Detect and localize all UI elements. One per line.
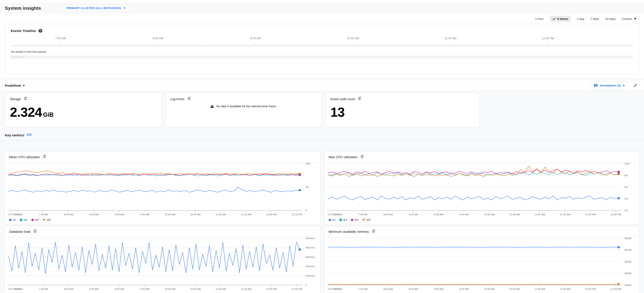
legend-item-rp1[interactable]: rp1: [20, 218, 28, 221]
log-errors-card-title: Log errors: [170, 97, 184, 101]
square-marker-icon: [340, 219, 342, 221]
legend-label: rp1: [24, 218, 28, 221]
cluster-selector-button[interactable]: PRIMARY CLUSTER (ALL INSTANCES): [62, 5, 130, 12]
x-axis-label: 10:00 AM: [484, 288, 495, 290]
timeline-minor-tick: [207, 43, 207, 44]
x-axis-label: 7:30 AM: [358, 288, 368, 290]
legend-item-rp2[interactable]: rp2: [32, 218, 39, 221]
timeline-minor-tick: [304, 43, 304, 44]
x-axis-label: 8:00 AM: [64, 288, 74, 290]
x-axis-label: 12:30 PM: [610, 288, 621, 290]
time-range-1-hour[interactable]: 1 hour: [535, 17, 544, 21]
y-axis-label: 10GiB: [624, 284, 632, 286]
timeline-major-tick: [256, 42, 256, 44]
data-freshness-icon[interactable]: [187, 96, 191, 102]
diamond-marker-icon: [351, 218, 354, 221]
x-axis-label: 12:00 PM: [266, 213, 277, 216]
x-axis-label: 8:30 AM: [90, 213, 99, 216]
series-line-p1: [328, 196, 619, 200]
legend-item-p1[interactable]: p1: [9, 218, 16, 221]
cluster-selector-label: PRIMARY CLUSTER (ALL INSTANCES): [66, 7, 121, 10]
top-strip: [0, 0, 644, 3]
annotations-label: Annotations (2): [600, 84, 621, 87]
time-range-1-day[interactable]: 1 day: [577, 17, 584, 21]
data-freshness-icon[interactable]: [360, 154, 364, 160]
diamond-marker-icon: [31, 218, 34, 221]
y-axis-label: 400ms/s: [306, 246, 315, 249]
chart-legend: p1rp1rp2rp3: [324, 292, 639, 293]
data-freshness-icon[interactable]: [23, 96, 28, 102]
active-node-count-card: Active node count 13: [325, 93, 480, 127]
series-line-execution_time p1 us-central1 insights-data: [8, 242, 300, 274]
x-axis-label: 11:30 AM: [241, 288, 252, 290]
annotations-button[interactable]: Annotations (2): [590, 82, 628, 90]
edit-button[interactable]: [633, 83, 638, 88]
legend-label: rp2: [35, 218, 39, 221]
legend-item-rp3[interactable]: rp3: [362, 218, 370, 221]
data-freshness-icon[interactable]: [33, 229, 37, 234]
chart-canvas: 2%4%6%8%10%UTC+5:307:00 AM7:30 AM8:00 AM…: [327, 162, 636, 217]
legend-item-p1[interactable]: p1: [328, 218, 336, 221]
chart-title: Database load: [9, 230, 30, 233]
legend-item-rp3[interactable]: rp3: [43, 218, 51, 221]
time-range-selector: 1 hour 6 hours 1 day 7 days 30 days Cust…: [0, 14, 644, 24]
mean-cpu-utilization-card: Mean CPU utilization 05%10%UTC+5:307:00 …: [4, 151, 321, 225]
data-freshness-icon[interactable]: [372, 229, 376, 234]
x-axis-label: 12:30 PM: [610, 213, 621, 216]
x-axis-label: 10:30 AM: [509, 213, 520, 216]
timeline-major-tick: [353, 42, 353, 44]
x-axis-label: 12:30 PM: [291, 288, 302, 290]
key-metrics-title: Key metrics: [5, 133, 24, 137]
x-axis-label: 7:00 AM: [333, 288, 342, 290]
x-axis-label: 7:30 AM: [39, 288, 48, 290]
x-axis-label: 10:30 AM: [190, 213, 201, 216]
series-line-rp2: [328, 169, 619, 174]
legend-label: rp3: [366, 218, 370, 221]
time-range-custom[interactable]: Custom: [622, 17, 636, 21]
circle-marker-icon: [9, 219, 12, 221]
x-axis-label: 8:30 AM: [409, 213, 418, 216]
x-axis-label: 7:30 AM: [358, 213, 368, 216]
series-line-p1: [8, 187, 300, 192]
timeline-major-tick: [548, 42, 548, 44]
time-range-30-days[interactable]: 30 days: [605, 17, 616, 21]
x-axis-label: 11:00 AM: [535, 213, 545, 216]
x-axis-label: 12:00 PM: [585, 288, 596, 290]
legend-item-rp2[interactable]: rp2: [351, 218, 358, 221]
x-axis-label: 10:30 AM: [509, 288, 520, 290]
legend-label: rp1: [343, 218, 347, 221]
y-axis-label: 300ms/s: [306, 256, 315, 258]
chart-canvas: 0100ms/s200ms/s300ms/s400ms/s500ms/sUTC+…: [8, 237, 317, 292]
metrics-toolbar: Predefined Annotations (2): [0, 80, 644, 91]
max-cpu-utilization-card: Max CPU utilization 2%4%6%8%10%UTC+5:307…: [324, 151, 640, 225]
timeline-time-label: 9:00 AM: [250, 37, 261, 40]
x-axis-label: 11:30 AM: [560, 288, 570, 290]
chevron-down-icon: [23, 85, 25, 86]
help-icon[interactable]: ?: [38, 29, 42, 33]
storage-unit: GiB: [43, 111, 54, 118]
series-end-marker: [299, 189, 301, 191]
time-range-7-days[interactable]: 7 days: [590, 17, 599, 21]
link-icon[interactable]: [27, 133, 32, 137]
system-insights-page: System insights PRIMARY CLUSTER (ALL INS…: [0, 0, 644, 293]
timeline-minor-tick: [109, 43, 110, 44]
timeline-time-label: 10:00 AM: [347, 37, 359, 40]
predefined-dropdown[interactable]: Predefined: [5, 84, 25, 87]
x-axis-label: 9:00 AM: [115, 288, 124, 290]
no-data-message: No data is available for the selected ti…: [216, 105, 277, 108]
time-range-6-hours[interactable]: 6 hours: [550, 16, 571, 22]
x-axis-label: 11:00 AM: [535, 288, 545, 290]
events-timeline-title: Events Timeline: [11, 29, 36, 33]
chevron-down-icon: [622, 85, 625, 86]
charts-grid: Mean CPU utilization 05%10%UTC+5:307:00 …: [4, 151, 640, 293]
series-line-rp3: [8, 171, 300, 174]
data-freshness-icon[interactable]: [358, 96, 362, 102]
y-axis-label: 0: [306, 209, 307, 212]
chart-plot-area: 10GiB20GiB30GiB40GiB50GiBUTC+5:307:00 AM…: [327, 237, 636, 292]
y-axis-label: 200ms/s: [306, 265, 315, 268]
timeline-major-tick: [450, 42, 451, 44]
data-freshness-icon[interactable]: [42, 154, 47, 160]
legend-item-rp1[interactable]: rp1: [340, 218, 347, 221]
timeline-major-tick: [60, 42, 61, 44]
series-line-rp3: [328, 166, 619, 177]
